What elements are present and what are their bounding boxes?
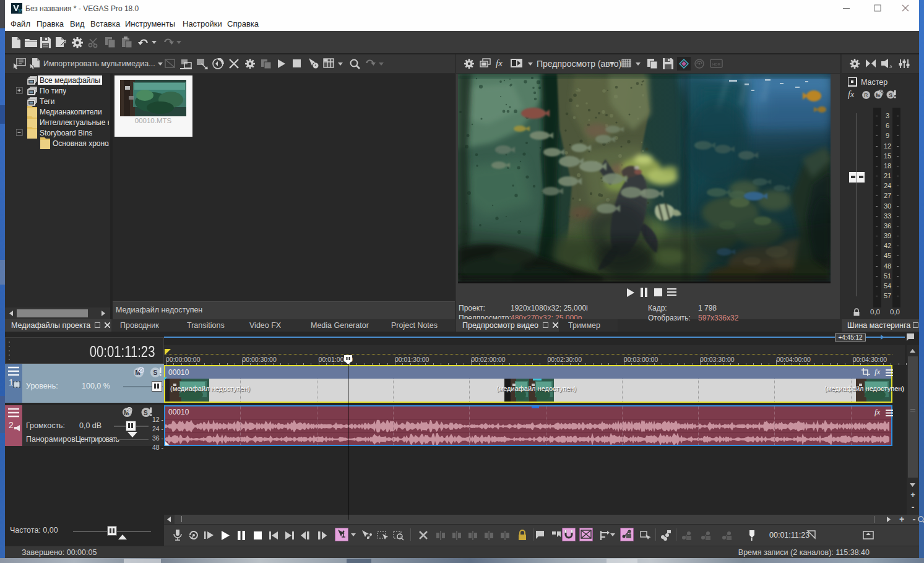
svg-text:S: S [144,410,148,416]
svg-text:S: S [153,369,158,376]
svg-text:HDR: HDR [712,62,721,66]
svg-text:M: M [124,410,129,416]
svg-text:S: S [889,92,892,98]
svg-text:18: 18 [18,9,22,13]
svg-text:M: M [136,369,140,376]
svg-text:R: R [864,92,868,98]
